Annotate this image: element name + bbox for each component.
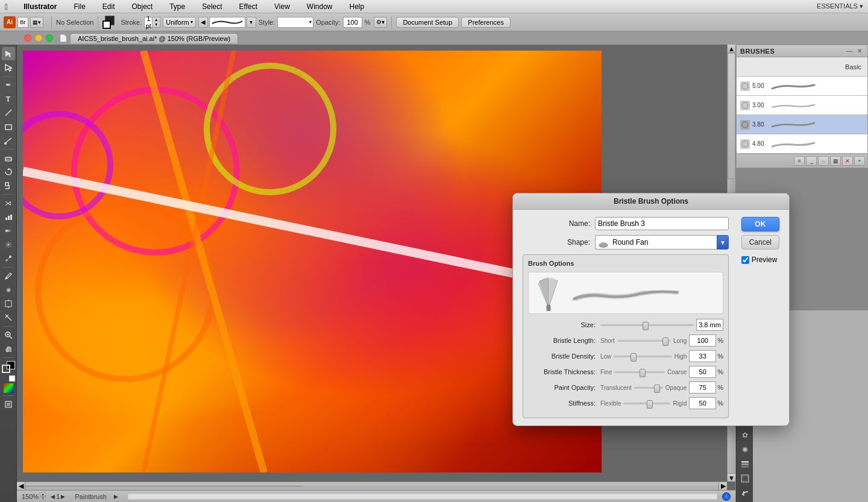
- menu-select[interactable]: Select: [198, 1, 225, 12]
- brush-nav[interactable]: ◀ ▾: [198, 17, 256, 28]
- brush-dropdown-arrow[interactable]: ▾: [247, 17, 256, 28]
- app-name-menu[interactable]: Illustrator: [20, 1, 60, 12]
- zoom-display[interactable]: 150% ▲ ▼: [22, 492, 46, 501]
- size-slider-track[interactable]: [600, 324, 694, 326]
- brush-name-input[interactable]: [595, 217, 729, 230]
- stroke-spinner[interactable]: 1 pt ▲ ▼: [144, 17, 160, 28]
- rect-tool-btn[interactable]: [2, 120, 15, 133]
- brush-prev-btn[interactable]: ◀: [198, 17, 208, 28]
- layers-panel-icon[interactable]: [738, 457, 752, 471]
- panel-new-brush-btn[interactable]: +: [854, 156, 865, 166]
- stroke-type-dropdown[interactable]: Uniform ▾: [163, 17, 196, 28]
- symbols-panel-icon[interactable]: ✿: [738, 428, 752, 442]
- bristle-length-slider[interactable]: [617, 334, 671, 347]
- panel-expand-btn[interactable]: —: [844, 47, 854, 55]
- panel-show-scatter-brushes-btn[interactable]: ∙∙: [818, 156, 829, 166]
- slice-tool-btn[interactable]: [2, 311, 15, 324]
- scroll-right-btn[interactable]: ▶: [719, 482, 727, 491]
- brush-preview-dropdown[interactable]: [209, 17, 245, 28]
- paint-opacity-slider[interactable]: [634, 381, 663, 394]
- bristle-density-input[interactable]: [689, 350, 716, 362]
- scroll-left-btn[interactable]: ◀: [17, 482, 25, 491]
- panel-list-view-btn[interactable]: ≡: [794, 156, 805, 166]
- hand-tool-btn[interactable]: [2, 342, 15, 356]
- window-maximize-btn[interactable]: [46, 34, 53, 42]
- artboard-right-btn[interactable]: ▶: [61, 494, 65, 500]
- shape-dropdown-btn[interactable]: ▼: [717, 235, 729, 249]
- ok-button[interactable]: OK: [741, 217, 779, 231]
- stiffness-input[interactable]: [689, 397, 716, 409]
- scroll-v-thumb[interactable]: [728, 53, 735, 179]
- bristle-density-slider[interactable]: [614, 350, 671, 362]
- zoom-down-arrow[interactable]: ▼: [40, 497, 46, 501]
- tool-menu-arrow[interactable]: ▶: [114, 494, 118, 500]
- stroke-up-arrow[interactable]: ▲: [153, 17, 160, 22]
- bristle-density-track[interactable]: [614, 356, 671, 357]
- bristle-thickness-slider[interactable]: [614, 366, 665, 378]
- cancel-button[interactable]: Cancel: [741, 235, 779, 249]
- menu-view[interactable]: View: [271, 1, 294, 12]
- panel-delete-btn[interactable]: ✕: [842, 156, 853, 166]
- bristle-brush-options-dialog[interactable]: Bristle Brush Options Name: Shape: Roun: [512, 193, 790, 426]
- bristle-length-input[interactable]: [689, 334, 716, 347]
- screen-mode-btn[interactable]: [2, 398, 15, 411]
- eraser-tool-btn[interactable]: [2, 151, 15, 165]
- brush-item-basic[interactable]: Basic: [737, 57, 867, 77]
- bristle-length-track[interactable]: [617, 340, 671, 342]
- artboard-tool-btn[interactable]: [2, 297, 15, 310]
- menu-help[interactable]: Help: [346, 1, 368, 12]
- bristle-thickness-track[interactable]: [614, 371, 665, 373]
- document-tab[interactable]: AICS5_bristle_brush_ai.ai* @ 150% (RGB/P…: [70, 33, 238, 43]
- artboard-left-btn[interactable]: ◀: [51, 494, 55, 500]
- bristle-thickness-thumb[interactable]: [640, 369, 646, 377]
- apple-menu-icon[interactable]: : [5, 2, 8, 11]
- type-tool-btn[interactable]: T: [2, 92, 15, 105]
- symbol-tool-btn[interactable]: ❋: [2, 283, 15, 296]
- bristle-thickness-input[interactable]: [689, 366, 716, 378]
- workspace-btn[interactable]: ▦▾: [30, 17, 43, 28]
- eyedropper-tool-btn[interactable]: [2, 269, 15, 283]
- blend-tool-btn[interactable]: [2, 252, 15, 265]
- none-mode-btn[interactable]: [9, 375, 15, 381]
- essentials-label[interactable]: ESSENTIALS ▾: [817, 2, 863, 10]
- size-value-input[interactable]: [696, 319, 723, 331]
- pen-tool-btn[interactable]: ✒: [2, 78, 15, 92]
- color-mode-btn[interactable]: [2, 375, 8, 381]
- artboards-panel-icon[interactable]: [738, 472, 752, 485]
- menu-object[interactable]: Object: [128, 1, 157, 12]
- brush-item-380[interactable]: 3.80: [737, 115, 867, 134]
- line-tool-btn[interactable]: [2, 106, 15, 119]
- graphic-styles-icon[interactable]: [738, 443, 752, 456]
- stroke-color-indicator[interactable]: [102, 16, 118, 29]
- column-graph-btn[interactable]: [2, 210, 15, 224]
- bristle-length-thumb[interactable]: [662, 337, 668, 346]
- menu-type[interactable]: Type: [166, 1, 189, 12]
- shape-select-box[interactable]: Round Fan: [595, 235, 717, 249]
- horizontal-scrollbar[interactable]: ◀ ▶: [17, 482, 727, 490]
- brush-item-500[interactable]: 5.00: [737, 77, 867, 96]
- bristle-density-thumb[interactable]: [631, 353, 637, 362]
- paint-opacity-thumb[interactable]: [654, 384, 660, 393]
- paint-opacity-input[interactable]: [689, 381, 716, 394]
- stroke-down-arrow[interactable]: ▼: [153, 22, 160, 27]
- zoom-arrows[interactable]: ▲ ▼: [40, 492, 46, 501]
- scroll-h-track[interactable]: [25, 486, 719, 487]
- panel-show-pattern-brushes-btn[interactable]: ▦: [830, 156, 841, 166]
- brush-item-300[interactable]: 3.00: [737, 96, 867, 115]
- menu-window[interactable]: Window: [303, 1, 336, 12]
- zoom-tool-btn[interactable]: [2, 328, 15, 342]
- preview-checkbox[interactable]: [741, 256, 749, 264]
- selection-tool-btn[interactable]: [2, 47, 15, 60]
- paint-opacity-track[interactable]: [634, 387, 663, 389]
- mesh-tool-btn[interactable]: [2, 238, 15, 251]
- scale-tool-btn[interactable]: [2, 179, 15, 192]
- warp-tool-btn[interactable]: ⋊: [2, 196, 15, 210]
- fill-stroke-color[interactable]: [2, 361, 15, 373]
- zoom-up-arrow[interactable]: ▲: [40, 492, 46, 497]
- stiffness-thumb[interactable]: [647, 400, 653, 409]
- stiffness-slider[interactable]: [623, 397, 670, 409]
- document-setup-btn[interactable]: Document Setup: [396, 17, 459, 28]
- panel-close-btn[interactable]: ✕: [855, 47, 864, 55]
- window-close-btn[interactable]: [24, 34, 31, 42]
- gradient-color-btn[interactable]: [4, 383, 13, 393]
